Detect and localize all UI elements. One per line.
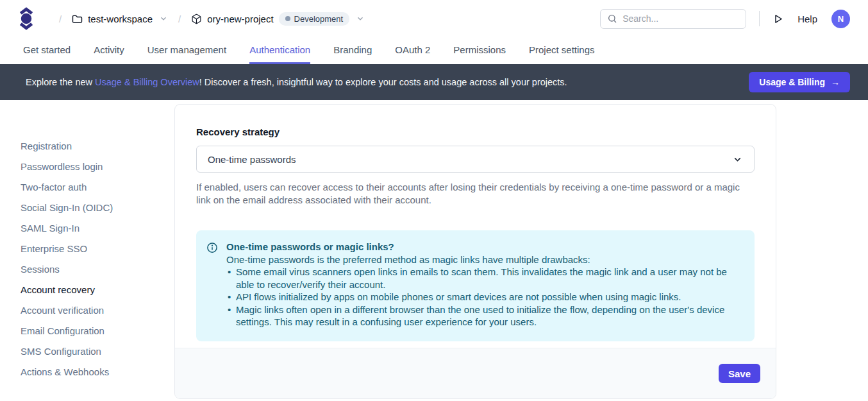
tab-permissions[interactable]: Permissions	[453, 37, 506, 64]
sidebar-item-sessions[interactable]: Sessions	[0, 259, 174, 280]
environment-label: Development	[294, 14, 344, 24]
project-nav-tabs: Get started Activity User management Aut…	[0, 37, 868, 64]
recovery-strategy-label: Recovery strategy	[196, 126, 755, 137]
sidebar-item-social-sign-in[interactable]: Social Sign-In (OIDC)	[0, 198, 174, 218]
breadcrumb-separator: /	[59, 13, 62, 24]
package-icon	[191, 13, 202, 24]
sidebar-item-enterprise-sso[interactable]: Enterprise SSO	[0, 239, 174, 259]
workspace-name: test-workspace	[88, 13, 153, 24]
info-icon	[206, 242, 218, 328]
banner-text-prefix: Explore the new	[26, 77, 95, 87]
breadcrumb-separator: /	[178, 13, 181, 24]
chevron-down-icon	[356, 14, 365, 23]
info-bullet-list: Some email virus scanners open links in …	[226, 266, 742, 328]
banner-text: Explore the new Usage & Billing Overview…	[26, 77, 567, 87]
sidebar-item-email-configuration[interactable]: Email Configuration	[0, 321, 174, 341]
sidebar-item-registration[interactable]: Registration	[0, 136, 174, 157]
info-bullet: API flows initialized by apps on mobile …	[226, 291, 742, 303]
info-bullet: Some email virus scanners open links in …	[226, 266, 742, 291]
sidebar-item-account-recovery[interactable]: Account recovery	[0, 280, 174, 300]
ory-logo-icon[interactable]	[18, 7, 35, 30]
info-box: One-time passwords or magic links? One-t…	[196, 230, 755, 341]
card-footer: Save	[175, 348, 776, 398]
avatar[interactable]: N	[831, 10, 850, 28]
top-header: / test-workspace / ory-new-project Devel…	[0, 0, 868, 37]
info-content: One-time passwords or magic links? One-t…	[226, 241, 742, 328]
usage-billing-banner: Explore the new Usage & Billing Overview…	[0, 64, 868, 100]
arrow-right-icon: →	[831, 77, 840, 87]
content-area: Registration Passwordless login Two-fact…	[0, 100, 868, 401]
info-bullet: Magic links often open in a different br…	[226, 303, 742, 328]
usage-billing-overview-link[interactable]: Usage & Billing Overview	[95, 77, 199, 87]
chevron-down-icon	[159, 14, 168, 23]
play-icon[interactable]	[772, 13, 783, 24]
sidebar-item-actions-webhooks[interactable]: Actions & Webhooks	[0, 362, 174, 382]
header-divider	[759, 11, 760, 26]
search-input[interactable]	[622, 13, 739, 24]
usage-billing-button-label: Usage & Billing	[759, 77, 825, 87]
tab-project-settings[interactable]: Project settings	[529, 37, 595, 64]
project-name: ory-new-project	[207, 13, 273, 24]
tab-user-management[interactable]: User management	[147, 37, 226, 64]
usage-billing-button[interactable]: Usage & Billing →	[749, 72, 850, 92]
info-intro: One-time passwords is the preferred meth…	[226, 253, 742, 266]
project-breadcrumb[interactable]: ory-new-project Development	[191, 12, 365, 26]
search-icon	[607, 13, 617, 24]
workspace-breadcrumb[interactable]: test-workspace	[72, 13, 168, 24]
sidebar-item-account-verification[interactable]: Account verification	[0, 300, 174, 321]
sidebar-item-passwordless-login[interactable]: Passwordless login	[0, 157, 174, 177]
chevron-down-icon	[732, 154, 743, 165]
tab-activity[interactable]: Activity	[94, 37, 124, 64]
sidebar-item-saml-sign-in[interactable]: SAML Sign-In	[0, 218, 174, 239]
environment-dot-icon	[285, 16, 290, 21]
account-recovery-card: Recovery strategy One-time passwords If …	[174, 104, 776, 399]
sidebar-item-sms-configuration[interactable]: SMS Configuration	[0, 341, 174, 362]
recovery-strategy-description: If enabled, users can recover access to …	[196, 181, 755, 207]
search-box[interactable]	[600, 9, 746, 29]
folder-icon	[72, 14, 83, 24]
banner-text-suffix: ! Discover a fresh, insightful way to ex…	[199, 77, 567, 87]
recovery-strategy-value: One-time passwords	[208, 154, 296, 165]
tab-branding[interactable]: Branding	[333, 37, 372, 64]
environment-badge: Development	[279, 12, 350, 26]
tab-authentication[interactable]: Authentication	[249, 37, 310, 64]
authentication-sidebar: Registration Passwordless login Two-fact…	[0, 100, 174, 382]
help-link[interactable]: Help	[797, 13, 817, 24]
sidebar-item-two-factor-auth[interactable]: Two-factor auth	[0, 177, 174, 198]
tab-get-started[interactable]: Get started	[23, 37, 71, 64]
tab-oauth2[interactable]: OAuth 2	[395, 37, 430, 64]
save-button[interactable]: Save	[719, 364, 760, 383]
recovery-strategy-select[interactable]: One-time passwords	[196, 146, 755, 173]
info-title: One-time passwords or magic links?	[226, 241, 742, 253]
card-body: Recovery strategy One-time passwords If …	[175, 105, 776, 348]
